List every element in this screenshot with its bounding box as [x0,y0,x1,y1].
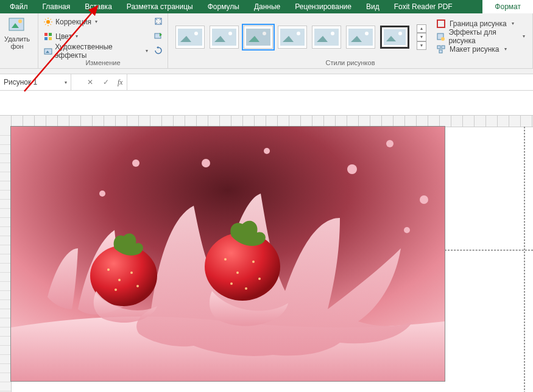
svg-rect-19 [178,29,202,46]
style-thumb-3[interactable] [244,26,273,49]
dropdown-icon: ▾ [512,21,514,26]
fx-label[interactable]: fx [114,78,127,87]
svg-point-35 [441,37,445,41]
svg-point-58 [230,282,233,285]
formula-bar: Рисунок 1 ▾ ✕ ✓ fx [0,74,533,91]
blank-bar [0,91,533,116]
corrections-label: Коррекция [55,18,91,26]
reset-picture-button[interactable] [152,44,165,57]
svg-rect-36 [437,46,440,49]
picture-styles-gallery: ▴ ▾ ▾ [171,15,429,55]
tab-foxit[interactable]: Foxit Reader PDF [387,0,460,13]
svg-point-56 [236,271,239,274]
name-box[interactable]: Рисунок 1 ▾ [0,74,71,90]
picture-layout-label: Макет рисунка [450,45,499,54]
svg-point-41 [264,148,270,154]
svg-point-3 [46,20,50,24]
svg-rect-29 [348,29,373,46]
artistic-label: Художественные эффекты [55,43,142,60]
svg-rect-25 [280,29,305,46]
tab-format[interactable]: Формат [482,0,533,13]
svg-point-55 [224,258,227,261]
svg-line-8 [45,19,46,20]
svg-line-11 [51,19,52,20]
svg-point-53 [115,289,117,291]
svg-point-22 [228,32,232,35]
gallery-down-button[interactable]: ▾ [417,33,426,41]
accept-formula-button[interactable]: ✓ [98,78,114,86]
svg-rect-31 [384,29,406,45]
svg-rect-21 [212,29,236,46]
tab-file[interactable]: Файл [2,0,35,13]
svg-point-44 [99,191,105,197]
gallery-more-button[interactable]: ▾ [417,41,426,50]
name-box-value: Рисунок 1 [4,78,37,86]
picture-effects-button[interactable]: Эффекты для рисунка▾ [436,30,525,43]
svg-point-50 [107,268,110,271]
dropdown-icon: ▾ [146,48,148,54]
svg-rect-27 [314,29,339,46]
compress-pictures-button[interactable] [152,15,165,28]
artistic-effects-button[interactable]: Художественные эффекты▾ [41,44,150,58]
tab-review[interactable]: Рецензирование [288,0,359,13]
ribbon: Удалить фон Коррекция▾ Цвет▾ Художествен… [0,13,533,69]
tab-data[interactable]: Данные [247,0,288,13]
svg-point-20 [194,32,198,35]
dropdown-icon: ▾ [65,80,67,85]
tab-formulas[interactable]: Формулы [200,0,247,13]
color-button[interactable]: Цвет▾ [41,29,150,43]
remove-background-button[interactable]: Удалить фон [2,15,32,50]
group-adjust-label: Изменение [41,58,165,68]
artistic-icon [43,46,52,56]
svg-point-59 [258,278,261,280]
row-headers [0,127,12,392]
color-icon [43,32,53,41]
change-picture-button[interactable] [152,29,165,43]
corrections-button[interactable]: Коррекция▾ [41,15,150,29]
dropdown-icon: ▾ [76,33,78,39]
dropdown-icon: ▾ [523,33,525,39]
svg-point-40 [202,159,210,167]
formula-input[interactable] [127,74,533,90]
style-thumb-7[interactable] [380,26,409,49]
effects-icon [436,32,445,41]
style-thumb-6[interactable] [346,26,375,49]
svg-rect-33 [437,20,445,27]
svg-point-42 [347,164,357,174]
svg-rect-23 [246,29,270,46]
svg-point-24 [263,32,266,35]
cancel-formula-button[interactable]: ✕ [82,78,98,86]
svg-point-32 [398,32,402,35]
remove-background-icon [7,15,27,34]
svg-line-10 [45,24,46,25]
style-thumb-4[interactable] [278,26,307,49]
svg-point-28 [331,32,334,35]
svg-point-60 [245,287,247,290]
ribbon-tabs: Файл Главная Вставка Разметка страницы Ф… [0,0,533,13]
worksheet-area[interactable] [0,116,533,392]
style-thumb-2[interactable] [210,26,239,49]
border-icon [436,19,446,29]
tab-view[interactable]: Вид [359,0,387,13]
svg-point-54 [136,285,139,287]
group-styles-label: Стили рисунков [171,58,530,68]
inserted-picture[interactable] [11,127,445,381]
picture-effects-label: Эффекты для рисунка [448,28,518,45]
tab-home[interactable]: Главная [35,0,78,13]
tab-page-layout[interactable]: Разметка страницы [119,0,200,13]
svg-point-57 [252,261,255,263]
svg-rect-1 [9,18,24,30]
style-thumb-1[interactable] [175,26,205,49]
svg-rect-15 [49,37,52,40]
gallery-up-button[interactable]: ▴ [417,24,426,33]
tab-insert[interactable]: Вставка [77,0,119,13]
svg-rect-37 [442,46,445,49]
dropdown-icon: ▾ [95,19,97,24]
svg-point-51 [118,279,121,281]
style-thumb-5[interactable] [312,26,341,49]
svg-point-47 [404,227,410,233]
svg-point-2 [18,19,22,23]
brightness-icon [43,17,53,27]
column-headers [0,116,533,127]
svg-rect-14 [44,37,48,40]
